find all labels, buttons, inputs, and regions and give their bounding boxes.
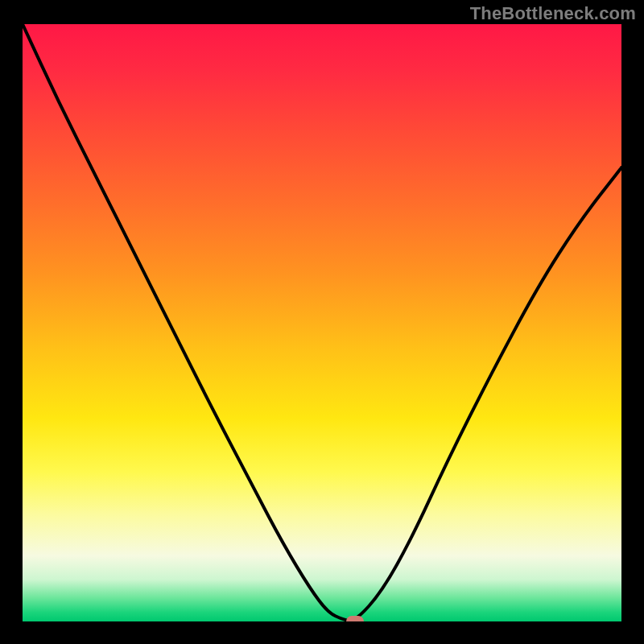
chart-frame: TheBottleneck.com xyxy=(0,0,644,644)
watermark-text: TheBottleneck.com xyxy=(470,3,636,24)
curve-svg xyxy=(23,24,621,621)
optimal-point-marker xyxy=(346,616,364,621)
bottleneck-curve-path xyxy=(23,24,621,621)
plot-area xyxy=(23,24,621,621)
